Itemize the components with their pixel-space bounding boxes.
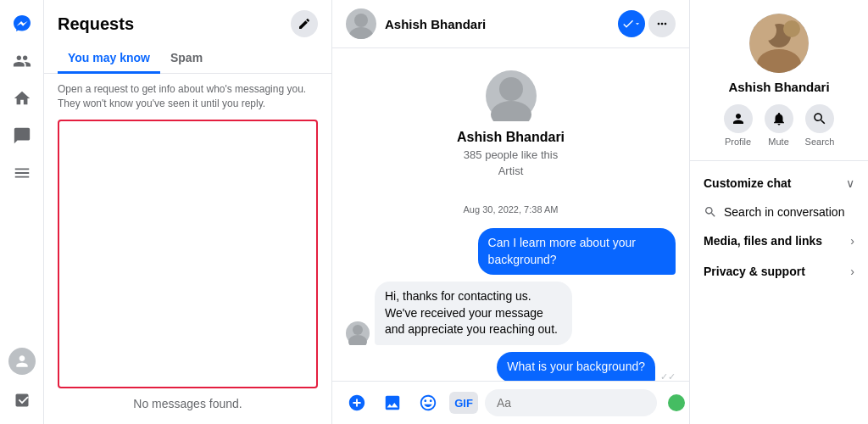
sent-message-1: Can I learn more about your background? bbox=[478, 228, 676, 275]
message-row: Can I learn more about your background? bbox=[346, 228, 676, 275]
menu-nav-icon[interactable] bbox=[7, 158, 37, 188]
profile-actions: Profile Mute Search bbox=[724, 104, 835, 147]
tab-spam[interactable]: Spam bbox=[160, 44, 213, 74]
left-navigation bbox=[0, 0, 44, 424]
requests-title: Requests bbox=[58, 14, 134, 34]
contact-name: Ashish Bhandari bbox=[457, 130, 565, 145]
right-panel-menu: Customize chat ∨ Search in conversation … bbox=[690, 161, 868, 293]
chat-input-bar: GIF bbox=[332, 381, 689, 424]
sent-message-2: What is your background? bbox=[497, 352, 655, 381]
profile-action-label: Profile bbox=[725, 137, 751, 147]
chat-nav-icon[interactable] bbox=[7, 120, 37, 151]
svg-point-3 bbox=[491, 101, 531, 121]
contact-type: Artist bbox=[498, 165, 524, 177]
svg-point-10 bbox=[783, 20, 800, 37]
search-conv-label: Search in conversation bbox=[724, 205, 844, 219]
gif-icon[interactable]: GIF bbox=[449, 392, 478, 414]
approve-button[interactable] bbox=[618, 10, 645, 37]
menu-item-customize[interactable]: Customize chat ∨ bbox=[690, 168, 868, 198]
profile-section: Ashish Bhandari Profile Mute Search bbox=[690, 14, 868, 161]
user-avatar-icon[interactable] bbox=[8, 348, 36, 375]
contact-avatar bbox=[486, 70, 537, 121]
message-input[interactable] bbox=[485, 389, 657, 416]
menu-item-privacy[interactable]: Privacy & support › bbox=[690, 256, 868, 287]
chat-messages: Ashish Bhandari 385 people like this Art… bbox=[332, 48, 689, 381]
date-divider: Aug 30, 2022, 7:38 AM bbox=[346, 198, 676, 221]
sticker-icon[interactable] bbox=[414, 388, 442, 417]
tabs-bar: You may know Spam bbox=[44, 44, 331, 74]
more-options-button[interactable] bbox=[648, 10, 676, 37]
requests-panel: Requests You may know Spam Open a reques… bbox=[44, 0, 332, 424]
settings-nav-icon[interactable] bbox=[7, 385, 37, 416]
profile-action-mute[interactable]: Mute bbox=[765, 104, 793, 147]
chat-header-actions bbox=[618, 10, 676, 37]
profile-action-search-icon bbox=[805, 104, 834, 133]
chat-header-name: Ashish Bhandari bbox=[385, 17, 609, 31]
profile-action-mute-icon bbox=[765, 104, 793, 133]
svg-point-4 bbox=[353, 325, 363, 335]
svg-point-9 bbox=[756, 20, 776, 41]
chevron-icon: ∨ bbox=[846, 176, 854, 190]
profile-avatar bbox=[749, 14, 809, 73]
home-nav-icon[interactable] bbox=[7, 83, 37, 114]
no-messages-text: No messages found. bbox=[44, 388, 331, 424]
add-icon[interactable] bbox=[342, 388, 371, 417]
requests-info-text: Open a request to get info about who's m… bbox=[44, 74, 331, 120]
menu-item-media[interactable]: Media, files and links › bbox=[690, 226, 868, 256]
active-status-icon bbox=[664, 390, 689, 416]
profile-action-profile-icon bbox=[724, 104, 753, 133]
contact-info-block: Ashish Bhandari 385 people like this Art… bbox=[346, 62, 676, 191]
svg-point-5 bbox=[348, 335, 367, 345]
mute-action-label: Mute bbox=[768, 137, 788, 147]
svg-point-2 bbox=[499, 77, 523, 101]
received-msg-avatar bbox=[346, 321, 370, 345]
profile-name: Ashish Bhandari bbox=[728, 80, 829, 94]
messenger-nav-icon[interactable] bbox=[7, 8, 37, 39]
chat-header: Ashish Bhandari bbox=[332, 0, 689, 48]
search-action-label: Search bbox=[805, 137, 835, 147]
requests-header: Requests bbox=[44, 0, 331, 44]
svg-point-0 bbox=[354, 14, 368, 27]
media-label: Media, files and links bbox=[704, 234, 822, 248]
chat-header-avatar bbox=[346, 8, 376, 39]
people-nav-icon[interactable] bbox=[7, 46, 37, 76]
edit-button[interactable] bbox=[291, 10, 318, 37]
menu-item-search-conversation[interactable]: Search in conversation bbox=[690, 198, 868, 226]
chat-area: Ashish Bhandari Ashish Bhandari 385 peop… bbox=[332, 0, 690, 424]
message-check: ✓✓ bbox=[660, 371, 676, 381]
chevron-privacy-icon: › bbox=[850, 265, 854, 278]
search-conv-icon bbox=[704, 205, 717, 219]
svg-point-1 bbox=[349, 27, 373, 39]
contact-likes: 385 people like this bbox=[464, 148, 558, 161]
customize-label: Customize chat bbox=[704, 176, 791, 190]
profile-action-profile[interactable]: Profile bbox=[724, 104, 753, 147]
messages-list-area[interactable] bbox=[58, 120, 318, 388]
privacy-label: Privacy & support bbox=[704, 265, 805, 278]
image-icon[interactable] bbox=[378, 388, 407, 417]
tab-you-may-know[interactable]: You may know bbox=[58, 44, 160, 74]
message-row: What is your background? ✓✓ bbox=[346, 352, 676, 381]
right-panel: Ashish Bhandari Profile Mute Search bbox=[690, 0, 868, 424]
message-row: Hi, thanks for contacting us. We've rece… bbox=[346, 282, 676, 345]
received-message-1: Hi, thanks for contacting us. We've rece… bbox=[375, 282, 572, 345]
chevron-media-icon: › bbox=[850, 234, 854, 248]
profile-action-search[interactable]: Search bbox=[805, 104, 835, 147]
